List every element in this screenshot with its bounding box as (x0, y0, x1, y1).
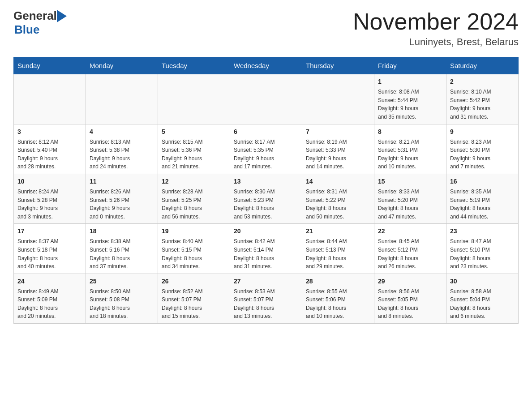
day-info: Sunrise: 8:37 AMSunset: 5:18 PMDaylight:… (17, 237, 82, 270)
logo-blue-word: Blue (14, 23, 39, 37)
calendar-cell: 27Sunrise: 8:53 AMSunset: 5:07 PMDayligh… (230, 274, 302, 323)
day-info: Sunrise: 8:45 AMSunset: 5:12 PMDaylight:… (378, 237, 442, 270)
day-number: 7 (306, 127, 370, 137)
calendar-cell (158, 74, 230, 124)
day-number: 23 (450, 227, 515, 236)
calendar-cell (86, 74, 158, 124)
calendar-cell: 24Sunrise: 8:49 AMSunset: 5:09 PMDayligh… (14, 274, 86, 323)
page-header: General Blue November 2024 Luninyets, Br… (13, 9, 519, 48)
day-info: Sunrise: 8:15 AMSunset: 5:36 PMDaylight:… (162, 138, 226, 171)
day-info: Sunrise: 8:17 AMSunset: 5:35 PMDaylight:… (234, 138, 298, 171)
location-title: Luninyets, Brest, Belarus (353, 36, 519, 48)
calendar-cell: 16Sunrise: 8:35 AMSunset: 5:19 PMDayligh… (446, 174, 519, 223)
day-number: 27 (234, 277, 298, 286)
calendar-cell: 26Sunrise: 8:52 AMSunset: 5:07 PMDayligh… (158, 274, 230, 323)
day-number: 9 (450, 127, 515, 137)
day-number: 6 (234, 127, 298, 137)
day-number: 15 (378, 177, 442, 186)
day-number: 21 (306, 227, 370, 236)
logo-general-text: General (13, 9, 57, 23)
day-number: 13 (234, 177, 298, 186)
day-info: Sunrise: 8:12 AMSunset: 5:40 PMDaylight:… (17, 138, 82, 171)
day-of-week-header: Tuesday (158, 57, 230, 74)
title-section: November 2024 Luninyets, Brest, Belarus (353, 9, 519, 48)
calendar-cell: 25Sunrise: 8:50 AMSunset: 5:08 PMDayligh… (86, 274, 158, 323)
calendar-cell (14, 74, 86, 124)
day-of-week-header: Sunday (14, 57, 86, 74)
day-info: Sunrise: 8:35 AMSunset: 5:19 PMDaylight:… (450, 188, 515, 221)
day-info: Sunrise: 8:13 AMSunset: 5:38 PMDaylight:… (90, 138, 154, 171)
day-info: Sunrise: 8:56 AMSunset: 5:05 PMDaylight:… (378, 287, 442, 321)
calendar-cell: 19Sunrise: 8:40 AMSunset: 5:15 PMDayligh… (158, 224, 230, 274)
day-info: Sunrise: 8:53 AMSunset: 5:07 PMDaylight:… (234, 287, 298, 321)
calendar-cell: 30Sunrise: 8:58 AMSunset: 5:04 PMDayligh… (446, 274, 519, 323)
calendar-week-row: 17Sunrise: 8:37 AMSunset: 5:18 PMDayligh… (14, 224, 519, 274)
calendar-cell (302, 74, 374, 124)
calendar-cell: 14Sunrise: 8:31 AMSunset: 5:22 PMDayligh… (302, 174, 374, 223)
day-number: 12 (162, 177, 226, 186)
day-of-week-header: Saturday (446, 57, 519, 74)
day-number: 4 (90, 127, 154, 137)
calendar-cell: 8Sunrise: 8:21 AMSunset: 5:31 PMDaylight… (374, 124, 446, 174)
day-number: 18 (90, 227, 154, 236)
logo: General Blue (13, 9, 67, 37)
day-info: Sunrise: 8:40 AMSunset: 5:15 PMDaylight:… (162, 237, 226, 270)
day-number: 26 (162, 277, 226, 286)
day-number: 1 (378, 77, 442, 86)
calendar-cell: 22Sunrise: 8:45 AMSunset: 5:12 PMDayligh… (374, 224, 446, 274)
calendar-cell: 20Sunrise: 8:42 AMSunset: 5:14 PMDayligh… (230, 224, 302, 274)
calendar-cell: 2Sunrise: 8:10 AMSunset: 5:42 PMDaylight… (446, 74, 519, 124)
day-info: Sunrise: 8:52 AMSunset: 5:07 PMDaylight:… (162, 287, 226, 321)
calendar-week-row: 24Sunrise: 8:49 AMSunset: 5:09 PMDayligh… (14, 274, 519, 323)
day-info: Sunrise: 8:58 AMSunset: 5:04 PMDaylight:… (450, 287, 515, 321)
day-info: Sunrise: 8:28 AMSunset: 5:25 PMDaylight:… (162, 188, 226, 221)
day-number: 30 (450, 277, 515, 286)
calendar-cell: 18Sunrise: 8:38 AMSunset: 5:16 PMDayligh… (86, 224, 158, 274)
calendar-cell: 5Sunrise: 8:15 AMSunset: 5:36 PMDaylight… (158, 124, 230, 174)
day-info: Sunrise: 8:38 AMSunset: 5:16 PMDaylight:… (90, 237, 154, 270)
calendar-cell: 10Sunrise: 8:24 AMSunset: 5:28 PMDayligh… (14, 174, 86, 223)
day-number: 10 (17, 177, 82, 186)
day-info: Sunrise: 8:50 AMSunset: 5:08 PMDaylight:… (90, 287, 154, 321)
calendar-cell: 9Sunrise: 8:23 AMSunset: 5:30 PMDaylight… (446, 124, 519, 174)
day-info: Sunrise: 8:55 AMSunset: 5:06 PMDaylight:… (306, 287, 370, 321)
day-number: 16 (450, 177, 515, 186)
day-info: Sunrise: 8:21 AMSunset: 5:31 PMDaylight:… (378, 138, 442, 171)
calendar-cell: 12Sunrise: 8:28 AMSunset: 5:25 PMDayligh… (158, 174, 230, 223)
day-number: 22 (378, 227, 442, 236)
day-number: 2 (450, 77, 515, 86)
calendar-table: SundayMondayTuesdayWednesdayThursdayFrid… (13, 57, 519, 324)
calendar-cell: 28Sunrise: 8:55 AMSunset: 5:06 PMDayligh… (302, 274, 374, 323)
day-number: 17 (17, 227, 82, 236)
calendar-cell: 6Sunrise: 8:17 AMSunset: 5:35 PMDaylight… (230, 124, 302, 174)
calendar-body: 1Sunrise: 8:08 AMSunset: 5:44 PMDaylight… (14, 74, 519, 324)
day-number: 19 (162, 227, 226, 236)
day-number: 14 (306, 177, 370, 186)
day-info: Sunrise: 8:30 AMSunset: 5:23 PMDaylight:… (234, 188, 298, 221)
day-of-week-header: Monday (86, 57, 158, 74)
calendar-cell: 1Sunrise: 8:08 AMSunset: 5:44 PMDaylight… (374, 74, 446, 124)
month-title: November 2024 (353, 9, 519, 34)
calendar-week-row: 3Sunrise: 8:12 AMSunset: 5:40 PMDaylight… (14, 124, 519, 174)
day-info: Sunrise: 8:26 AMSunset: 5:26 PMDaylight:… (90, 188, 154, 221)
calendar-header: SundayMondayTuesdayWednesdayThursdayFrid… (14, 57, 519, 74)
day-info: Sunrise: 8:10 AMSunset: 5:42 PMDaylight:… (450, 88, 515, 121)
day-info: Sunrise: 8:42 AMSunset: 5:14 PMDaylight:… (234, 237, 298, 270)
calendar-cell: 17Sunrise: 8:37 AMSunset: 5:18 PMDayligh… (14, 224, 86, 274)
day-number: 3 (17, 127, 82, 137)
day-number: 28 (306, 277, 370, 286)
day-info: Sunrise: 8:49 AMSunset: 5:09 PMDaylight:… (17, 287, 82, 321)
calendar-cell: 15Sunrise: 8:33 AMSunset: 5:20 PMDayligh… (374, 174, 446, 223)
calendar-cell: 7Sunrise: 8:19 AMSunset: 5:33 PMDaylight… (302, 124, 374, 174)
day-info: Sunrise: 8:33 AMSunset: 5:20 PMDaylight:… (378, 188, 442, 221)
calendar-cell: 3Sunrise: 8:12 AMSunset: 5:40 PMDaylight… (14, 124, 86, 174)
day-of-week-header: Friday (374, 57, 446, 74)
svg-marker-0 (57, 10, 67, 22)
day-of-week-header: Thursday (302, 57, 374, 74)
calendar-cell: 11Sunrise: 8:26 AMSunset: 5:26 PMDayligh… (86, 174, 158, 223)
calendar-cell: 23Sunrise: 8:47 AMSunset: 5:10 PMDayligh… (446, 224, 519, 274)
calendar-cell (230, 74, 302, 124)
logo-triangle-icon (57, 10, 67, 22)
day-info: Sunrise: 8:31 AMSunset: 5:22 PMDaylight:… (306, 188, 370, 221)
calendar-week-row: 10Sunrise: 8:24 AMSunset: 5:28 PMDayligh… (14, 174, 519, 223)
